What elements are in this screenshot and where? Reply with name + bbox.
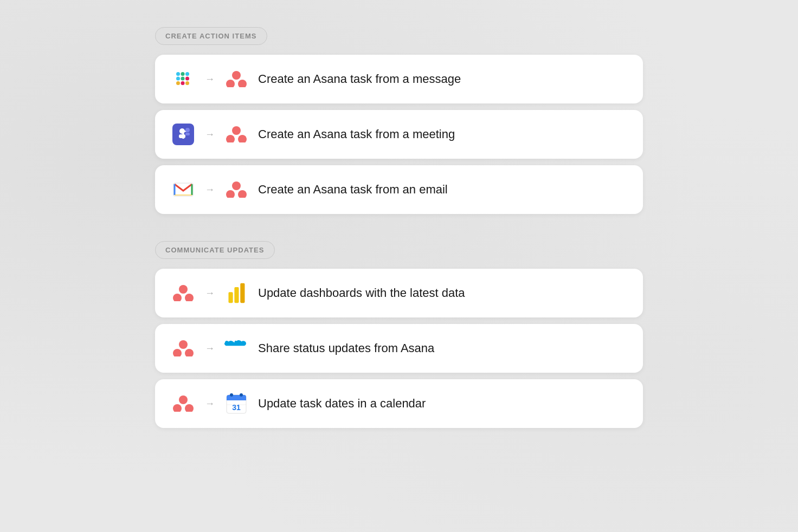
arrow-2: → — [205, 129, 215, 140]
card-asana-to-powerbi[interactable]: → Update dashboards with the latest data — [155, 269, 643, 317]
svg-rect-4 — [176, 81, 180, 85]
svg-rect-2 — [181, 72, 185, 76]
card-text-4: Update dashboards with the latest data — [258, 286, 465, 300]
section-create-action-items: CREATE ACTION ITEMS — [155, 27, 643, 214]
svg-point-22 — [232, 181, 241, 190]
svg-rect-40 — [227, 398, 246, 400]
svg-point-32 — [173, 349, 182, 356]
card-asana-to-salesforce[interactable]: → salesforce Share status updates from A… — [155, 324, 643, 373]
svg-point-36 — [173, 404, 182, 412]
svg-point-26 — [173, 294, 182, 301]
card-text-6: Update task dates in a calendar — [258, 397, 426, 411]
svg-text:salesforce: salesforce — [225, 349, 248, 354]
asana-icon-left-2 — [171, 336, 195, 360]
asana-icon-3 — [224, 178, 248, 202]
main-container: CREATE ACTION ITEMS — [155, 27, 643, 455]
arrow-1: → — [205, 74, 215, 85]
svg-rect-7 — [185, 77, 189, 81]
svg-rect-0 — [176, 72, 180, 76]
svg-rect-17 — [179, 134, 185, 138]
svg-rect-30 — [240, 283, 244, 303]
card-text-3: Create an Asana task from an email — [258, 183, 448, 197]
gmail-icon — [171, 178, 195, 202]
svg-rect-28 — [228, 292, 233, 303]
svg-point-11 — [238, 80, 247, 87]
svg-point-43 — [230, 393, 233, 397]
svg-point-33 — [185, 349, 194, 356]
arrow-4: → — [205, 288, 215, 299]
card-text-2: Create an Asana task from a meeting — [258, 127, 455, 141]
svg-point-18 — [232, 126, 241, 135]
svg-rect-6 — [185, 72, 189, 76]
card-slack-to-asana[interactable]: → Create an Asana task from a message — [155, 55, 643, 103]
card-text-1: Create an Asana task from a message — [258, 72, 461, 86]
card-teams-to-asana[interactable]: T → Create an Asana task from a meeting — [155, 110, 643, 159]
arrow-6: → — [205, 398, 215, 410]
svg-point-14 — [185, 128, 190, 132]
arrow-3: → — [205, 184, 215, 196]
section-communicate-updates: COMMUNICATE UPDATES → Update dashboard — [155, 241, 643, 428]
slack-icon — [171, 67, 195, 91]
svg-point-23 — [226, 190, 235, 198]
svg-point-25 — [179, 285, 188, 294]
svg-rect-1 — [176, 77, 180, 81]
svg-point-27 — [185, 294, 194, 301]
svg-rect-15 — [185, 133, 190, 135]
svg-rect-8 — [185, 81, 189, 85]
svg-rect-3 — [181, 77, 185, 81]
section-label-create: CREATE ACTION ITEMS — [155, 27, 267, 45]
svg-point-9 — [232, 71, 241, 80]
asana-icon-left-1 — [171, 281, 195, 305]
section-label-communicate: COMMUNICATE UPDATES — [155, 241, 275, 259]
svg-point-37 — [185, 404, 194, 412]
svg-point-20 — [238, 135, 247, 142]
card-asana-to-gcal[interactable]: → 31 Update task dates in a calen — [155, 379, 643, 428]
asana-icon-2 — [224, 122, 248, 146]
svg-point-16 — [179, 128, 185, 134]
salesforce-icon: salesforce — [224, 336, 248, 360]
svg-rect-29 — [234, 287, 239, 303]
card-gmail-to-asana[interactable]: → Create an Asana task from an email — [155, 165, 643, 214]
asana-icon-left-3 — [171, 392, 195, 416]
svg-point-24 — [238, 190, 247, 198]
svg-text:31: 31 — [232, 403, 241, 412]
svg-point-35 — [179, 395, 188, 404]
svg-point-44 — [240, 393, 243, 397]
svg-point-19 — [226, 135, 235, 142]
svg-point-10 — [226, 80, 235, 87]
asana-icon-1 — [224, 67, 248, 91]
svg-rect-5 — [181, 81, 185, 85]
card-text-5: Share status updates from Asana — [258, 341, 434, 355]
teams-icon: T — [171, 122, 195, 146]
gcal-icon: 31 — [224, 392, 248, 416]
powerbi-icon — [224, 281, 248, 305]
svg-point-31 — [179, 340, 188, 349]
arrow-5: → — [205, 343, 215, 354]
